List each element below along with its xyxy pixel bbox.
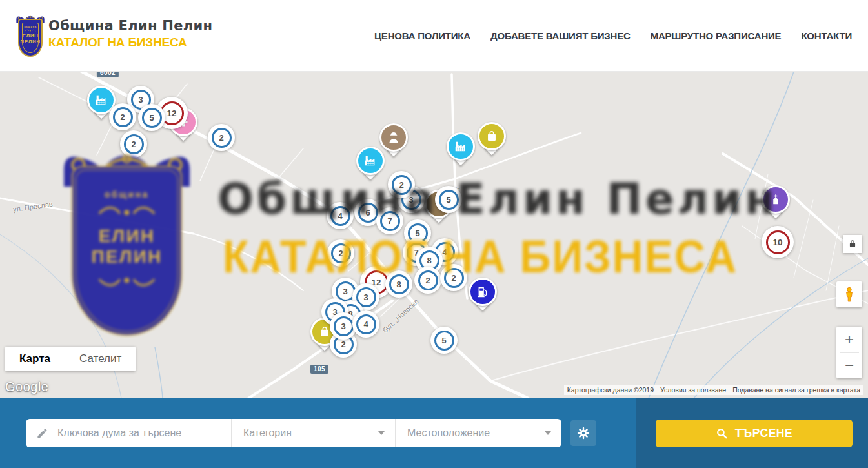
gear-icon	[576, 426, 590, 440]
cluster-marker[interactable]: 2	[208, 124, 235, 151]
cluster-ring: 5	[439, 190, 459, 210]
church-pin[interactable]	[762, 185, 790, 219]
cluster-count: 12	[167, 108, 176, 118]
cluster-marker[interactable]: 2	[109, 103, 136, 130]
map-type-button[interactable]: Карта	[5, 347, 65, 371]
header: община ЕЛИН ПЕЛИН Община Елин Пелин КАТА…	[0, 0, 868, 72]
church-icon	[762, 185, 790, 214]
municipality-crest-logo: община ЕЛИН ПЕЛИН	[14, 13, 46, 57]
fuel-icon	[469, 278, 497, 306]
cluster-ring: 5	[434, 331, 454, 351]
cluster-count: 4	[442, 247, 447, 257]
cluster-ring: 2	[392, 175, 412, 195]
cluster-count: 2	[219, 133, 223, 143]
cluster-marker[interactable]: 7	[376, 207, 403, 234]
cluster-count: 3	[341, 321, 345, 331]
cluster-ring: 4	[356, 314, 376, 334]
nav-pricing-policy[interactable]: ЦЕНОВА ПОЛИТИКА	[374, 30, 470, 41]
cluster-ring: 4	[330, 206, 350, 226]
crest-body: община ЕЛИН ПЕЛИН	[18, 19, 43, 57]
pegman-button[interactable]	[836, 281, 862, 307]
site-title: Община Елин Пелин	[48, 18, 212, 34]
cluster-ring: 2	[331, 243, 351, 263]
cluster-count: 5	[149, 113, 154, 123]
report-error-link[interactable]: Подаване на сигнал за грешка в картата	[732, 386, 860, 394]
terms-link[interactable]: Условия за ползване	[660, 386, 726, 394]
search-bar: Категория Местоположение ТЪРСЕНЕ	[0, 398, 868, 468]
cluster-marker[interactable]: 2	[388, 171, 415, 198]
search-button[interactable]: ТЪРСЕНЕ	[656, 420, 853, 447]
nav-route-schedule[interactable]: МАРШРУТНО РАЗПИСАНИЕ	[651, 30, 782, 41]
satellite-type-button[interactable]: Сателит	[65, 347, 136, 371]
cluster-count: 2	[338, 249, 343, 258]
cluster-marker[interactable]: 2	[120, 130, 147, 158]
cluster-marker[interactable]: 2	[440, 264, 467, 291]
pegman-icon	[842, 286, 856, 303]
lock-button[interactable]	[843, 235, 862, 253]
cluster-count: 3	[343, 287, 347, 296]
cluster-ring: 5	[142, 108, 162, 128]
cluster-count: 8	[396, 280, 401, 289]
google-logo[interactable]: Google	[5, 380, 49, 394]
cluster-count: 3	[138, 95, 143, 105]
lock-icon	[848, 239, 857, 249]
chevron-down-icon	[545, 431, 551, 435]
cluster-count: 8	[427, 256, 431, 265]
cluster-marker[interactable]: 5	[138, 104, 165, 131]
zoom-control: + −	[836, 327, 862, 378]
factory-pin[interactable]	[356, 147, 385, 180]
settings-button[interactable]	[570, 420, 596, 446]
cluster-count: 3	[363, 292, 368, 302]
cluster-marker[interactable]: 2	[414, 267, 441, 294]
zoom-in-button[interactable]: +	[836, 327, 862, 352]
cluster-count: 2	[341, 340, 345, 349]
factory-icon	[447, 132, 475, 161]
cluster-marker[interactable]: 4	[352, 310, 379, 338]
factory-pin[interactable]	[447, 132, 475, 166]
cluster-marker[interactable]: 8	[385, 270, 412, 298]
map-type-switcher: Карта Сателит	[5, 347, 136, 371]
cluster-marker[interactable]: 2	[327, 239, 354, 267]
cluster-count: 2	[120, 112, 125, 122]
cluster-ring: 2	[418, 270, 438, 290]
location-select-label: Местоположение	[407, 427, 490, 439]
factory-icon	[356, 147, 385, 175]
search-icon	[716, 427, 728, 440]
site-title-block: Община Елин Пелин КАТАЛОГ НА БИЗНЕСА	[48, 18, 212, 50]
nav-contacts[interactable]: КОНТАКТИ	[801, 30, 852, 41]
cluster-ring: 7	[380, 211, 400, 231]
zoom-out-button[interactable]: −	[836, 353, 862, 379]
cluster-marker[interactable]: 10	[762, 226, 794, 258]
category-select[interactable]: Категория	[231, 419, 395, 447]
cluster-count: 6	[365, 208, 370, 218]
shopping-bag-icon	[478, 122, 506, 150]
crest-name-line1: ЕЛИН	[22, 33, 38, 39]
chevron-down-icon	[378, 431, 385, 435]
keyword-field	[26, 419, 231, 447]
cluster-ring: 3	[334, 316, 354, 336]
cluster-ring: 10	[766, 230, 790, 254]
fuel-pin[interactable]	[469, 278, 497, 311]
cluster-marker[interactable]: 5	[435, 186, 462, 213]
google-map[interactable]: ул. Преславбул. „Новоселция6002105212325…	[0, 71, 868, 398]
location-select[interactable]: Местоположение	[395, 419, 561, 447]
nav-add-business[interactable]: ДОБАВЕТЕ ВАШИЯТ БИЗНЕС	[490, 30, 631, 41]
cluster-ring: 2	[444, 268, 464, 288]
cluster-count: 2	[451, 273, 456, 283]
cluster-count: 7	[387, 216, 392, 226]
crest-town-label: община	[24, 25, 37, 28]
cluster-marker[interactable]: 4	[327, 202, 354, 229]
crest-swirl-icon	[24, 29, 37, 32]
crest-name-line2: ПЕЛИН	[20, 39, 40, 45]
cluster-marker[interactable]: 5	[430, 327, 458, 354]
cluster-count: 4	[363, 320, 368, 329]
cluster-count: 2	[425, 276, 430, 285]
attribution-copyright: Картографски данни ©2019	[567, 386, 654, 394]
shopping-bag-pin[interactable]	[478, 122, 506, 156]
site-logo[interactable]: община ЕЛИН ПЕЛИН	[14, 13, 46, 57]
pencil-icon	[36, 427, 48, 440]
cluster-count: 2	[131, 139, 136, 149]
search-button-label: ТЪРСЕНЕ	[735, 427, 792, 440]
cluster-count: 5	[446, 195, 450, 205]
keyword-input[interactable]	[56, 427, 231, 440]
